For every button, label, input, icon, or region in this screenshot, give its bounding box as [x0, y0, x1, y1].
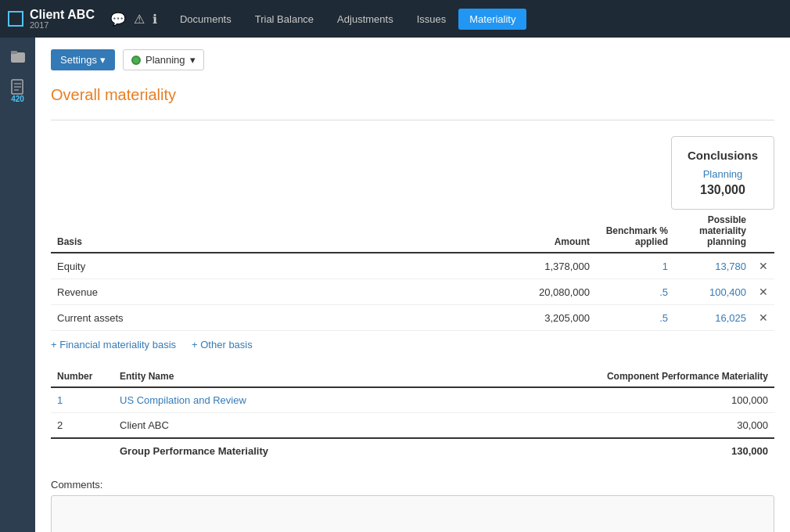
chat-icon[interactable]: 💬 [110, 12, 126, 27]
content-area: Conclusions Planning 130,000 Basis Amoun… [51, 136, 774, 532]
brand-info: Client ABC 2017 [30, 8, 95, 30]
col-header-entity: Entity Name [113, 366, 432, 387]
mat-benchmark-cell: .5 [596, 305, 674, 331]
info-icon[interactable]: ℹ [153, 12, 157, 27]
conclusions-sub-label: Planning [688, 168, 758, 180]
page-title-highlight: materiality [105, 86, 176, 103]
mat-amount-cell: 3,205,000 [353, 305, 596, 331]
page-title-plain: Overall [51, 86, 100, 103]
mat-amount-cell: 20,080,000 [353, 279, 596, 305]
remove-icon[interactable]: ✕ [759, 260, 768, 272]
planning-caret-icon: ▾ [190, 54, 196, 66]
comp-cpm-cell: 100,000 [432, 387, 774, 413]
col-header-cpm: Component Performance Materiality [432, 366, 774, 387]
component-table: Number Entity Name Component Performance… [51, 366, 774, 463]
materiality-table: Basis Amount Benchmark % applied Possibl… [51, 210, 774, 331]
planning-label: Planning [145, 54, 185, 66]
mat-benchmark-cell: .5 [596, 279, 674, 305]
comp-cpm-cell: 30,000 [432, 413, 774, 439]
nav-item-documents[interactable]: Documents [169, 9, 242, 30]
top-nav: Client ABC 2017 💬 ⚠ ℹ Documents Trial Ba… [0, 0, 790, 38]
mat-amount-cell: 1,378,000 [353, 253, 596, 279]
page-title: Overall materiality [51, 86, 774, 104]
comp-number-cell[interactable]: 1 [51, 387, 113, 413]
mat-remove-cell[interactable]: ✕ [752, 279, 774, 305]
mat-benchmark-cell: 1 [596, 253, 674, 279]
mat-basis-cell: Equity [51, 253, 353, 279]
sidebar: 420 [0, 38, 35, 532]
brand-name: Client ABC [30, 8, 95, 21]
brand-icon [8, 11, 23, 27]
remove-icon[interactable]: ✕ [759, 286, 768, 298]
conclusions-value: 130,000 [688, 183, 758, 197]
comp-entity-cell: Client ABC [113, 413, 432, 439]
mat-basis-cell: Revenue [51, 279, 353, 305]
settings-label: Settings [60, 54, 97, 66]
svg-rect-1 [11, 51, 17, 54]
warning-icon[interactable]: ⚠ [134, 12, 145, 27]
col-header-amount: Amount [353, 210, 596, 253]
brand-year: 2017 [30, 20, 95, 30]
nav-icons: 💬 ⚠ ℹ [110, 12, 157, 27]
col-header-basis: Basis [51, 210, 353, 253]
remove-icon[interactable]: ✕ [759, 311, 768, 324]
col-header-number: Number [51, 366, 113, 387]
comments-input[interactable] [51, 495, 774, 532]
comments-section: Comments: [51, 479, 774, 532]
comments-label: Comments: [51, 479, 774, 491]
planning-button[interactable]: Planning ▾ [123, 49, 204, 70]
nav-menu: Documents Trial Balance Adjustments Issu… [169, 9, 782, 30]
mat-table-row: Revenue 20,080,000 .5 100,400 ✕ [51, 279, 774, 305]
comp-number-cell: 2 [51, 413, 113, 439]
col-header-benchmark: Benchmark % applied [596, 210, 674, 253]
total-label-spacer [51, 438, 113, 463]
conclusions-box: Conclusions Planning 130,000 [671, 136, 774, 210]
total-value: 130,000 [432, 438, 774, 463]
brand: Client ABC 2017 [8, 8, 95, 30]
mat-table-row: Equity 1,378,000 1 13,780 ✕ [51, 253, 774, 279]
col-header-possible: Possible materiality planning [674, 210, 752, 253]
comp-table-row: 1 US Compilation and Review 100,000 [51, 387, 774, 413]
total-label: Group Performance Materiality [113, 438, 432, 463]
toolbar: Settings ▾ Planning ▾ [51, 49, 774, 70]
mat-possible-cell: 13,780 [674, 253, 752, 279]
main-content: Settings ▾ Planning ▾ Overall materialit… [35, 38, 790, 532]
nav-item-issues[interactable]: Issues [406, 9, 458, 30]
mat-table-row: Current assets 3,205,000 .5 16,025 ✕ [51, 305, 774, 331]
nav-item-trial-balance[interactable]: Trial Balance [244, 9, 325, 30]
add-other-basis-link[interactable]: + Other basis [192, 339, 253, 350]
nav-item-adjustments[interactable]: Adjustments [326, 9, 404, 30]
mat-possible-cell: 100,400 [674, 279, 752, 305]
mat-remove-cell[interactable]: ✕ [752, 305, 774, 331]
conclusions-title: Conclusions [688, 149, 758, 162]
section-divider [51, 120, 774, 120]
settings-caret-icon: ▾ [100, 54, 106, 66]
add-financial-basis-link[interactable]: + Financial materiality basis [51, 339, 176, 350]
layout: 420 Settings ▾ Planning ▾ Overall materi… [0, 38, 790, 532]
mat-remove-cell[interactable]: ✕ [752, 253, 774, 279]
total-row: Group Performance Materiality 130,000 [51, 438, 774, 463]
sidebar-document-icon[interactable]: 420 [7, 77, 29, 99]
sidebar-folder-icon[interactable] [7, 45, 29, 67]
nav-item-materiality[interactable]: Materiality [458, 9, 526, 30]
mat-possible-cell: 16,025 [674, 305, 752, 331]
document-badge: 420 [11, 95, 24, 103]
add-links: + Financial materiality basis + Other ba… [51, 339, 774, 350]
comp-table-row: 2 Client ABC 30,000 [51, 413, 774, 439]
settings-button[interactable]: Settings ▾ [51, 49, 115, 70]
comp-entity-cell[interactable]: US Compilation and Review [113, 387, 432, 413]
planning-status-dot [131, 56, 141, 65]
mat-basis-cell: Current assets [51, 305, 353, 331]
